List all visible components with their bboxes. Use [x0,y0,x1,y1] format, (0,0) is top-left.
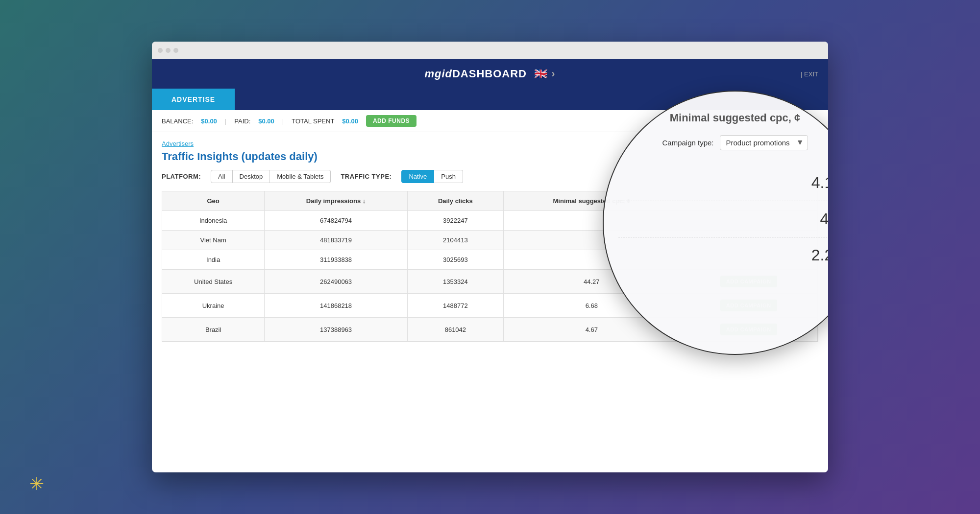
cell-clicks: 1488772 [407,294,503,318]
col-geo: Geo [162,191,265,211]
col-clicks: Daily clicks [407,191,503,211]
campaign-type-select[interactable]: Product promotions Content marketing Bra… [720,135,808,150]
platform-mobile[interactable]: Mobile & Tablets [270,170,331,183]
platform-buttons: All Desktop Mobile & Tablets [211,170,331,183]
cell-geo: United States [162,270,265,294]
mag-value-1: 4.11 [618,165,828,201]
cell-clicks: 1353324 [407,270,503,294]
browser-chrome [152,42,828,59]
header: mgidDASHBOARD 🇬🇧 › | EXIT [152,59,828,89]
header-logo: mgidDASHBOARD 🇬🇧 › [424,68,555,80]
balance-value: $0.00 [201,117,217,125]
campaign-type-select-wrapper[interactable]: Product promotions Content marketing Bra… [720,135,808,150]
traffic-buttons: Native Push [401,170,463,183]
col-impressions: Daily impressions ↓ [265,191,408,211]
traffic-native[interactable]: Native [401,170,434,183]
separator-2: | [282,117,284,125]
traffic-push[interactable]: Push [434,170,463,183]
logo-mgid: mgid [424,68,452,80]
browser-window: mgidDASHBOARD 🇬🇧 › | EXIT ADVERTISE BALA… [152,42,828,472]
platform-desktop[interactable]: Desktop [233,170,270,183]
cell-clicks: 3922247 [407,211,503,231]
browser-dot-3 [173,48,178,53]
campaign-type-label: Campaign type: [662,139,713,147]
cell-impressions: 674824794 [265,211,408,231]
traffic-label: TRAFFIC TYPE: [341,173,392,180]
separator-1: | [225,117,226,125]
header-right-links[interactable]: | EXIT [801,70,818,78]
browser-dot-1 [158,48,163,53]
mag-values-list: 4.11 4.6 2.21 [618,165,828,273]
cell-geo: Ukraine [162,294,265,318]
paid-label: PAID: [234,117,250,125]
cell-clicks: 3025693 [407,250,503,270]
paid-value: $0.00 [258,117,274,125]
logo-flag: 🇬🇧 [534,68,548,80]
browser-dot-2 [166,48,171,53]
add-funds-button[interactable]: ADD FUNDS [366,115,416,127]
cell-impressions: 481833719 [265,231,408,250]
mag-value-2: 4.6 [618,201,828,237]
cell-geo: Viet Nam [162,231,265,250]
cell-geo: India [162,250,265,270]
decorative-star: ✳ [29,474,44,494]
balance-label: BALANCE: [162,117,193,125]
cell-geo: Indonesia [162,211,265,231]
cell-clicks: 2104413 [407,231,503,250]
mag-title: Minimal suggested cpc, ¢ [670,111,801,125]
cell-clicks: 861042 [407,318,503,342]
platform-all[interactable]: All [211,170,232,183]
cell-geo: Brazil [162,318,265,342]
logo-arrow: › [551,68,555,80]
tab-advertise[interactable]: ADVERTISE [152,89,235,110]
cell-impressions: 311933838 [265,250,408,270]
campaign-type-row: Campaign type: Product promotions Conten… [618,135,828,150]
cell-impressions: 141868218 [265,294,408,318]
logo-dashboard: DASHBOARD [452,68,527,80]
cell-impressions: 262490063 [265,270,408,294]
total-spent-value: $0.00 [342,117,358,125]
mag-value-3: 2.21 [618,237,828,273]
total-spent-label: TOTAL SPENT [292,117,334,125]
platform-label: PLATFORM: [162,173,201,180]
cell-impressions: 137388963 [265,318,408,342]
